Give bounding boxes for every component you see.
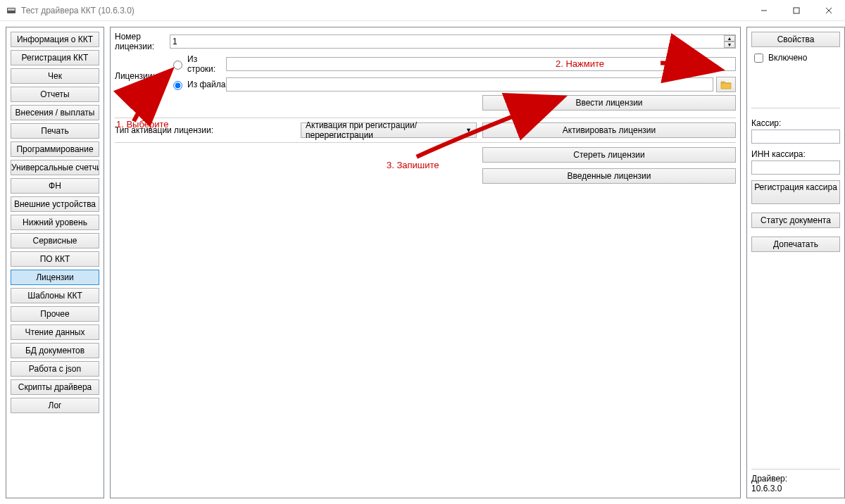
- radio-from-string-label: Из строки:: [187, 54, 226, 74]
- cashier-inn-label: ИНН кассира:: [751, 149, 840, 159]
- sidebar-item-reg[interactable]: Регистрация ККТ: [11, 50, 99, 65]
- right-panel: Свойства Включено Кассир: ИНН кассира: Р…: [746, 27, 845, 498]
- cashier-input[interactable]: [751, 130, 840, 144]
- license-number-input[interactable]: [170, 34, 736, 49]
- annotation-layer: 1. Выберите 2. Нажмите 3. Запишите: [105, 22, 746, 503]
- sidebar-item-templates[interactable]: Шаблоны ККТ: [11, 288, 99, 303]
- sidebar-item-read[interactable]: Чтение данных: [11, 325, 99, 340]
- license-file-input[interactable]: [226, 77, 713, 92]
- svg-rect-1: [8, 8, 15, 11]
- license-number-label: Номер лицензии:: [115, 32, 170, 51]
- folder-icon: [720, 80, 732, 89]
- sidebar-item-check[interactable]: Чек: [11, 68, 99, 84]
- sidebar-item-db[interactable]: БД документов: [11, 343, 99, 358]
- driver-label: Драйвер:: [751, 474, 840, 484]
- window-title: Тест драйвера ККТ (10.6.3.0): [21, 6, 134, 15]
- sidebar-item-log[interactable]: Лог: [11, 398, 99, 413]
- sidebar-item-service[interactable]: Сервисные: [11, 233, 99, 248]
- enabled-label: Включено: [768, 53, 807, 63]
- driver-version: 10.6.3.0: [751, 484, 840, 493]
- sidebar-item-licenses[interactable]: Лицензии: [11, 270, 99, 285]
- separator: [115, 118, 736, 118]
- spin-down-icon[interactable]: ▼: [724, 42, 735, 48]
- sidebar-item-lower[interactable]: Нижний уровень: [11, 215, 99, 230]
- minimize-button[interactable]: [748, 0, 780, 21]
- enter-licenses-button[interactable]: Ввести лицензии: [482, 95, 736, 111]
- cashier-inn-input[interactable]: [751, 160, 840, 175]
- activate-licenses-button[interactable]: Активировать лицензии: [482, 122, 736, 138]
- spin-up-icon[interactable]: ▲: [724, 35, 735, 42]
- sidebar-item-reports[interactable]: Отчеты: [11, 87, 99, 102]
- licenses-label-2: Лицензии:: [115, 71, 170, 81]
- sidebar-item-pokt[interactable]: ПО ККТ: [11, 251, 99, 267]
- license-string-input[interactable]: [226, 57, 736, 71]
- activation-type-combo[interactable]: Активация при регистрации/перерегистраци…: [301, 122, 477, 138]
- maximize-button[interactable]: [780, 0, 813, 21]
- sidebar-item-prog[interactable]: Программирование: [11, 141, 99, 157]
- close-button[interactable]: [813, 0, 845, 21]
- license-number-spinner[interactable]: ▲ ▼: [170, 34, 736, 49]
- sidebar-item-print[interactable]: Печать: [11, 123, 99, 139]
- activation-type-value: Активация при регистрации/перерегистраци…: [306, 120, 465, 140]
- sidebar-item-ext[interactable]: Внешние устройства: [11, 196, 99, 212]
- sidebar-item-payments[interactable]: Внесения / выплаты: [11, 105, 99, 120]
- sidebar-item-other[interactable]: Прочее: [11, 306, 99, 322]
- sidebar-item-json[interactable]: Работа с json: [11, 361, 99, 377]
- cashier-label: Кассир:: [751, 118, 840, 128]
- browse-file-button[interactable]: [716, 77, 736, 92]
- separator: [751, 108, 840, 108]
- sidebar: Информация о ККТРегистрация ККТЧекОтчеты…: [6, 27, 104, 498]
- separator: [115, 142, 736, 143]
- reprint-button[interactable]: Допечатать: [751, 237, 840, 252]
- document-status-button[interactable]: Статус документа: [751, 213, 840, 228]
- separator: [751, 469, 840, 470]
- app-icon: [6, 5, 17, 16]
- radio-from-file-label: Из файла: [187, 80, 225, 89]
- svg-rect-2: [794, 8, 799, 13]
- register-cashier-button[interactable]: Регистрация кассира: [751, 180, 840, 204]
- radio-from-file[interactable]: [173, 81, 182, 90]
- enabled-checkbox[interactable]: [754, 53, 763, 63]
- radio-from-string[interactable]: [173, 61, 182, 70]
- erase-licenses-button[interactable]: Стереть лицензии: [482, 147, 736, 163]
- entered-licenses-button[interactable]: Введенные лицензии: [482, 168, 736, 184]
- titlebar: Тест драйвера ККТ (10.6.3.0): [0, 0, 845, 21]
- activation-type-label: Тип активации лицензии:: [115, 125, 298, 135]
- properties-button[interactable]: Свойства: [751, 32, 840, 47]
- sidebar-item-scripts[interactable]: Скрипты драйвера: [11, 379, 99, 395]
- chevron-down-icon: ▼: [465, 127, 472, 134]
- sidebar-item-fn[interactable]: ФН: [11, 178, 99, 194]
- main-panel: Номер лицензии: ▲ ▼ Из строки: Лицензии:: [110, 27, 741, 498]
- sidebar-item-info[interactable]: Информация о ККТ: [11, 32, 99, 47]
- sidebar-item-counters[interactable]: Универсальные счетчики: [11, 160, 99, 175]
